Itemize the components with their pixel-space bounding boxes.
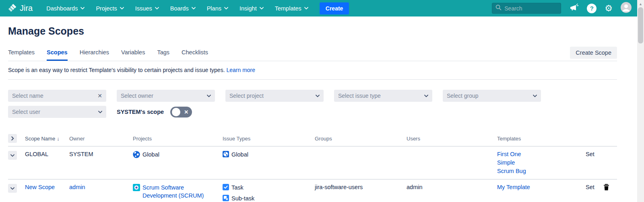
issue-type-item: Global (223, 151, 310, 159)
help-icon[interactable]: ? (587, 4, 597, 13)
scope-name-link[interactable]: New Scope (25, 184, 55, 190)
owner-cell: SYSTEM (69, 151, 133, 157)
create-button[interactable]: Create (320, 2, 349, 14)
search-input[interactable] (504, 5, 553, 12)
owner-filter[interactable]: Select owner (117, 90, 215, 102)
column-header-users[interactable]: Users (407, 136, 497, 142)
jira-logo-icon (8, 3, 17, 14)
issue-type-filter[interactable]: Select issue type (334, 90, 432, 102)
group-filter[interactable]: Select group (443, 90, 541, 102)
templates-cell: My Template (497, 184, 581, 190)
nav-item-templates[interactable]: Templates (275, 5, 308, 12)
tab-checklists[interactable]: Checklists (182, 49, 208, 61)
name-filter-input[interactable] (12, 93, 89, 99)
learn-more-link[interactable]: Learn more (226, 67, 255, 73)
scrum-project-icon (133, 184, 140, 192)
jira-logo-text: Jira (20, 4, 33, 13)
nav-item-plans[interactable]: Plans (207, 5, 228, 12)
column-header-templates[interactable]: Templates (497, 136, 586, 142)
trash-icon (603, 184, 609, 192)
system-scope-toggle-group: SYSTEM's scope ✕ (117, 106, 192, 118)
template-link[interactable]: Simple (497, 159, 581, 166)
global-search[interactable] (492, 3, 561, 14)
chevron-down-icon (155, 7, 159, 10)
set-action[interactable]: Set (586, 151, 603, 157)
jira-logo[interactable]: Jira (8, 3, 33, 14)
delete-scope-button[interactable] (603, 184, 609, 192)
column-header-projects[interactable]: Projects (133, 136, 223, 142)
chevron-down-icon (207, 95, 211, 97)
set-action[interactable]: Set (586, 184, 603, 190)
template-link[interactable]: Scrum Bug (497, 168, 581, 174)
tab-scopes[interactable]: Scopes (47, 49, 68, 61)
chevron-down-icon (98, 111, 102, 113)
scope-description: Scope is an easy way to restrict Templat… (8, 61, 617, 80)
column-header-issue-types[interactable]: Issue Types (223, 136, 315, 142)
tab-tags[interactable]: Tags (157, 49, 169, 61)
project-link[interactable]: Scrum Software Development (SCRUM) (142, 184, 218, 200)
subtask-icon (223, 195, 229, 202)
table-row: GLOBAL SYSTEM Global (8, 146, 617, 179)
toggle-off-icon: ✕ (184, 109, 188, 115)
nav-item-projects[interactable]: Projects (96, 5, 124, 12)
chevron-down-icon (260, 7, 264, 10)
avatar[interactable] (621, 2, 632, 14)
globe-square-icon (223, 151, 229, 159)
chevron-down-icon (224, 7, 228, 10)
chevron-down-icon (120, 7, 124, 10)
project-item: Global (133, 151, 218, 159)
column-header-owner[interactable]: Owner (69, 136, 133, 142)
nav-menu: Dashboards Projects Issues Boards Plans … (46, 5, 308, 12)
owner-link[interactable]: admin (69, 184, 85, 190)
tab-hierarchies[interactable]: Hierarchies (80, 49, 109, 61)
create-scope-button[interactable]: Create Scope (570, 47, 617, 59)
search-icon (495, 4, 502, 12)
template-link[interactable]: My Template (497, 184, 581, 190)
issue-type-item: Task (223, 184, 310, 192)
scopes-table: Scope Name ↓ Owner Projects Issue Types … (8, 134, 617, 202)
expand-all-button[interactable] (8, 134, 17, 143)
toggle-knob (172, 108, 180, 116)
nav-item-boards[interactable]: Boards (170, 5, 196, 12)
table-header: Scope Name ↓ Owner Projects Issue Types … (8, 134, 617, 146)
tab-variables[interactable]: Variables (121, 49, 145, 61)
globe-round-icon (133, 151, 140, 159)
project-filter[interactable]: Select project (225, 90, 324, 102)
scope-name-cell: GLOBAL (25, 151, 69, 157)
nav-right-cluster: ? ⚙ (492, 2, 632, 14)
top-navbar: Jira Dashboards Projects Issues Boards P… (0, 0, 637, 16)
column-header-groups[interactable]: Groups (315, 136, 407, 142)
scrollbar-thumb[interactable] (638, 7, 643, 43)
gear-icon[interactable]: ⚙ (605, 4, 613, 13)
task-icon (223, 184, 229, 192)
chevron-down-icon (424, 95, 428, 97)
page-title: Manage Scopes (8, 25, 617, 37)
filters-row-1: ✕ Select owner Select project Select iss… (8, 90, 617, 102)
nav-item-dashboards[interactable]: Dashboards (46, 5, 85, 12)
scrollbar-up-icon[interactable]: ▲ (637, 0, 644, 6)
sort-desc-icon: ↓ (57, 136, 60, 142)
project-item: Scrum Software Development (SCRUM) (133, 184, 218, 200)
name-filter[interactable]: ✕ (8, 90, 106, 102)
column-header-scope-name[interactable]: Scope Name ↓ (25, 136, 69, 142)
templates-cell: First One Simple Scrum Bug (497, 151, 581, 174)
chevron-down-icon (304, 7, 308, 10)
vertical-scrollbar[interactable]: ▲ (637, 0, 644, 202)
template-link[interactable]: First One (497, 151, 581, 157)
tabs: Templates Scopes Hierarchies Variables T… (8, 49, 208, 61)
description-text: Scope is an easy way to restrict Templat… (8, 67, 225, 73)
groups-cell: jira-software-users (315, 184, 407, 190)
clear-icon[interactable]: ✕ (97, 93, 102, 99)
nav-item-insight[interactable]: Insight (239, 5, 264, 12)
chevron-down-icon (192, 7, 196, 10)
users-cell: admin (407, 184, 497, 190)
nav-item-issues[interactable]: Issues (135, 5, 159, 12)
expand-row-button[interactable] (8, 151, 17, 160)
user-filter[interactable]: Select user (8, 106, 106, 118)
megaphone-icon[interactable] (569, 3, 579, 14)
table-row: New Scope admin Scrum Software Developme… (8, 179, 617, 202)
filters-row-2: Select user SYSTEM's scope ✕ (8, 106, 617, 118)
system-scope-toggle[interactable]: ✕ (170, 107, 192, 117)
expand-row-button[interactable] (8, 184, 17, 193)
tab-templates[interactable]: Templates (8, 49, 35, 61)
